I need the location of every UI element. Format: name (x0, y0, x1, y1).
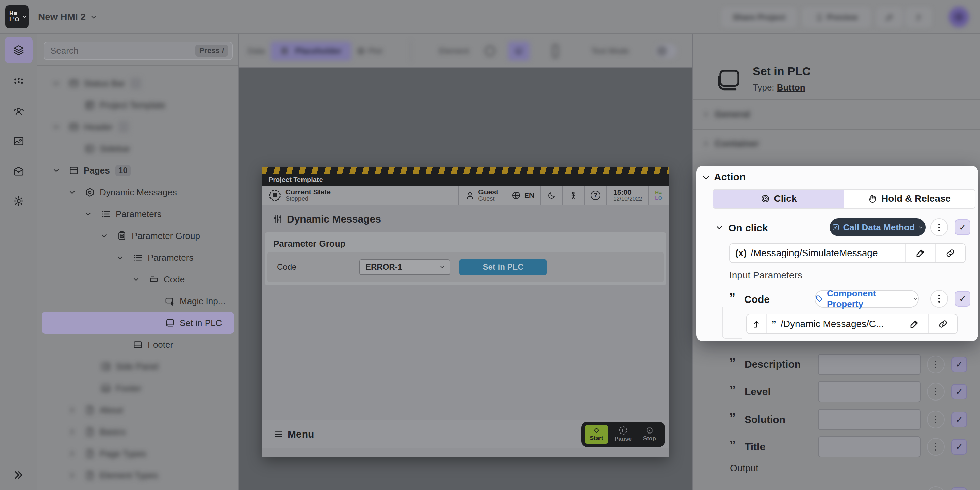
param-input[interactable] (818, 354, 921, 375)
tree-item-status-bar[interactable]: Status Bar (41, 73, 234, 94)
rail-item-components[interactable] (5, 68, 33, 95)
chevron-down-icon[interactable] (52, 80, 60, 87)
element-circle-icon[interactable] (485, 46, 495, 56)
param-input[interactable] (818, 436, 921, 457)
pause-button[interactable]: Pause (611, 425, 635, 444)
inspector-title: Set in PLC (753, 65, 811, 78)
link-button[interactable] (935, 244, 965, 262)
rail-item-assets[interactable] (5, 128, 33, 154)
share-project-button[interactable]: Share Project (722, 8, 795, 27)
call-data-method-dropdown[interactable]: Call Data Method (830, 218, 926, 236)
chevron-down-icon[interactable] (715, 224, 724, 232)
language-cell[interactable]: EN (504, 186, 540, 205)
kebab-menu-icon[interactable] (927, 411, 945, 428)
tree-item-parameter-group[interactable]: Parameter Group (41, 225, 234, 247)
tree-item-footer[interactable]: Footer (41, 377, 234, 399)
chevron-down-icon[interactable] (702, 173, 711, 182)
help-cell[interactable]: ? (584, 186, 606, 205)
tree-item-side-panel[interactable]: Side Panel (41, 356, 234, 377)
tree-item-footer[interactable]: Footer (41, 334, 234, 356)
chevron-right-icon[interactable] (68, 406, 76, 414)
tab-hold-and-release[interactable]: Hold & Release (844, 189, 975, 208)
param-input[interactable] (818, 409, 921, 430)
chevron-down-icon[interactable] (100, 232, 108, 240)
chevron-down-icon[interactable] (132, 275, 140, 283)
start-button[interactable]: Start (585, 425, 608, 444)
kebab-menu-icon[interactable] (927, 486, 945, 490)
dark-mode-cell[interactable] (540, 186, 562, 205)
tree-item-element-types[interactable]: Element Types (41, 465, 234, 486)
chevron-down-icon[interactable] (68, 189, 76, 196)
undo-icon-button[interactable] (877, 8, 902, 27)
chevron-down-icon[interactable] (52, 167, 60, 174)
enabled-checkbox[interactable]: ✓ (955, 291, 970, 307)
edit-button[interactable] (905, 244, 935, 262)
section-general[interactable]: General (693, 104, 980, 125)
param-input[interactable] (818, 381, 921, 402)
chevron-right-icon[interactable] (68, 428, 76, 436)
pause-icon (619, 426, 627, 434)
element-box-button[interactable] (508, 41, 530, 60)
link-button[interactable] (928, 314, 957, 334)
kebab-menu-icon[interactable] (927, 438, 945, 456)
user-cell[interactable]: Guest Guest (458, 186, 504, 205)
element-slim-icon[interactable] (552, 44, 558, 58)
enabled-checkbox[interactable]: ✓ (951, 384, 967, 399)
tree-item-about[interactable]: About (41, 399, 234, 421)
edit-button[interactable] (900, 314, 928, 334)
text-mode-toggle[interactable] (655, 44, 677, 58)
stop-button[interactable]: Stop (638, 425, 662, 444)
tree-item-header[interactable]: Header (41, 116, 234, 138)
enabled-checkbox[interactable]: ✓ (951, 356, 967, 372)
tree-item-parameters[interactable]: Parameters (41, 247, 234, 269)
code-dropdown[interactable]: ERROR-1 (360, 259, 450, 275)
enabled-checkbox[interactable]: ✓ (951, 439, 967, 455)
redo-icon-button[interactable] (907, 8, 931, 27)
tree-item-label: Magic Inp... (180, 296, 225, 307)
placeholder-data-button[interactable]: Placeholder (270, 41, 351, 60)
code-value-input[interactable]: ” /Dynamic Messages/C... (767, 314, 900, 334)
expand-rail-button[interactable] (5, 463, 33, 487)
question-icon: ? (591, 191, 600, 200)
tree-item-basics[interactable]: Basics (41, 421, 234, 443)
accessibility-cell[interactable] (562, 186, 584, 205)
tree-item-set-in-plc[interactable]: Set in PLC (41, 312, 234, 334)
promote-button[interactable] (747, 314, 767, 334)
chevron-down-icon[interactable] (84, 210, 92, 218)
rail-item-settings[interactable] (5, 188, 33, 215)
set-in-plc-button[interactable]: Set in PLC (460, 259, 547, 275)
enabled-checkbox[interactable]: ✓ (951, 412, 967, 427)
canvas-viewport[interactable]: Project Template Current State Stopped G… (239, 68, 692, 490)
chevron-down-icon[interactable] (52, 123, 60, 130)
plot-button[interactable]: Plot (356, 34, 382, 68)
kebab-menu-icon[interactable] (930, 218, 948, 236)
rail-item-users[interactable] (5, 98, 33, 124)
chevron-right-icon[interactable] (68, 450, 76, 457)
enabled-checkbox[interactable]: ✓ (951, 487, 967, 490)
kebab-menu-icon[interactable] (927, 383, 945, 401)
tree-item-sidebar[interactable]: Sidebar (41, 138, 234, 159)
rail-item-mail[interactable] (5, 158, 33, 185)
tree-item-pages[interactable]: Pages10 (41, 159, 234, 181)
tree-item-dynamic-messages[interactable]: Dynamic Messages (41, 181, 234, 203)
kebab-menu-icon[interactable] (930, 290, 948, 308)
component-property-dropdown[interactable]: Component Property (815, 290, 919, 308)
rail-item-layers[interactable] (5, 37, 33, 63)
tab-click[interactable]: Click (713, 189, 844, 208)
enabled-checkbox[interactable]: ✓ (955, 220, 970, 235)
chevron-down-icon[interactable] (116, 254, 124, 261)
type-link[interactable]: Button (777, 82, 805, 92)
section-container[interactable]: Container (693, 133, 980, 154)
tree-item-project-template[interactable]: Project Template (41, 94, 234, 116)
chevron-right-icon[interactable] (68, 472, 76, 479)
kebab-menu-icon[interactable] (927, 356, 945, 373)
tree-item-parameters[interactable]: Parameters (41, 203, 234, 225)
tree-item-page-types[interactable]: Page Types (41, 443, 234, 465)
user-avatar[interactable] (949, 7, 969, 27)
search-input[interactable]: Search Press / (43, 41, 233, 60)
tree-item-magic-inp[interactable]: Magic Inp... (41, 290, 234, 312)
function-input[interactable]: (x) /Messaging/SimulateMessage (730, 244, 905, 262)
tree-item-code[interactable]: Code (41, 269, 234, 290)
preview-button[interactable]: Preview (803, 8, 870, 27)
menu-button[interactable]: Menu (262, 428, 314, 440)
